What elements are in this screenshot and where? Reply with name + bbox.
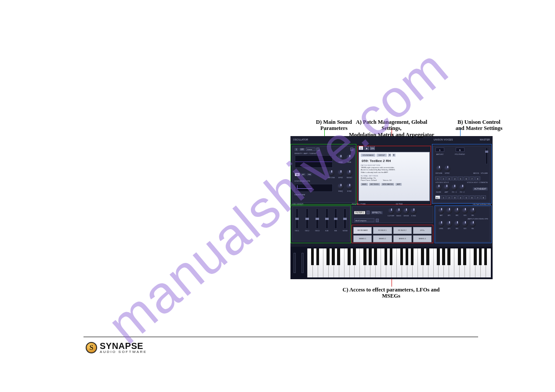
voice-edit-5[interactable]: 5 (464, 195, 469, 199)
arp-knob[interactable] (443, 184, 450, 191)
osc1-fader[interactable] (296, 209, 298, 229)
osc-select-1[interactable]: 1 (359, 146, 363, 150)
ktrk-knob[interactable] (410, 208, 417, 214)
chevron-down-icon[interactable] (376, 219, 379, 222)
tab-fxbus1[interactable]: FX BUS 1 (373, 227, 392, 234)
voice-4[interactable]: 4 (452, 176, 457, 180)
white-key[interactable] (412, 248, 417, 277)
white-key[interactable] (328, 248, 334, 277)
white-key[interactable] (359, 248, 365, 277)
white-key[interactable] (454, 248, 459, 277)
fe-atk-knob[interactable] (446, 208, 452, 214)
white-key[interactable] (396, 248, 402, 277)
white-key[interactable] (312, 248, 318, 277)
tab-mseg4[interactable]: MSEG 4 (413, 235, 432, 242)
osc2-fader[interactable] (306, 209, 308, 229)
voice-3[interactable]: 3 (446, 176, 452, 180)
voice-edit-4[interactable]: 4 (458, 195, 463, 199)
reset-knob[interactable] (346, 170, 352, 176)
fx1-knob[interactable] (451, 184, 457, 191)
spread-knob[interactable] (337, 170, 344, 176)
white-key[interactable] (307, 248, 312, 277)
prev-patch-button[interactable]: ◀ (388, 154, 391, 157)
white-key[interactable] (486, 248, 491, 277)
white-key[interactable] (344, 248, 349, 277)
lcd-settings-button[interactable]: SETTINGS (369, 183, 380, 186)
tab-va[interactable]: VA (295, 173, 300, 176)
ae-sus-knob[interactable] (462, 221, 468, 227)
unison-count-display[interactable]: 1 (435, 147, 444, 152)
lcd-arp-button[interactable]: ARP (395, 183, 402, 186)
white-key[interactable] (318, 248, 323, 277)
white-key[interactable] (438, 248, 443, 277)
white-key[interactable] (470, 248, 475, 277)
lcd-main-button[interactable]: MAIN (361, 183, 368, 186)
next-patch-button[interactable]: ▶ (392, 154, 395, 157)
voice-edit-2[interactable]: 2 (446, 195, 452, 199)
white-key[interactable] (349, 248, 355, 277)
white-key[interactable] (449, 248, 454, 277)
voice-edit-1[interactable]: 1 (441, 195, 446, 199)
white-key[interactable] (443, 248, 449, 277)
detune-knob[interactable] (328, 170, 334, 176)
voice-2[interactable]: 2 (441, 176, 446, 180)
osc-mode-select[interactable]: Linear (306, 147, 316, 151)
white-key[interactable] (381, 248, 386, 277)
voice-edit-7[interactable]: 7 (475, 195, 480, 199)
white-key[interactable] (339, 248, 344, 277)
lcd-modmatrix-button[interactable]: MOD MATRIX (381, 183, 395, 186)
voice-6[interactable]: 6 (464, 176, 469, 180)
white-key[interactable] (386, 248, 391, 277)
filter-type-dropdown[interactable]: Acid Lowpass (354, 218, 374, 222)
ae-atk-knob[interactable] (446, 221, 452, 227)
voice-edit-3[interactable]: 3 (452, 195, 457, 199)
white-key[interactable] (475, 248, 480, 277)
sub-fader[interactable] (326, 209, 328, 229)
noise-fader[interactable] (344, 209, 346, 229)
unison-detune-knob[interactable] (436, 165, 442, 172)
all-voices-button[interactable]: ALL (435, 195, 440, 199)
white-key[interactable] (480, 248, 486, 277)
osc-select-play[interactable]: ▶ (364, 146, 369, 150)
white-key[interactable] (365, 248, 370, 277)
tab-mseg2[interactable]: MSEG 2 (373, 235, 392, 242)
osc-index-b[interactable]: 100 (299, 148, 305, 151)
fe-sus-knob[interactable] (462, 208, 468, 214)
tab-mseg3[interactable]: MSEG 3 (393, 235, 412, 242)
white-key[interactable] (407, 248, 412, 277)
white-key[interactable] (334, 248, 339, 277)
filter1-chip[interactable]: FILTER 1 (354, 211, 365, 214)
effect1-chip[interactable]: EFFECT 1 (371, 211, 383, 214)
white-key[interactable] (423, 248, 428, 277)
tab-lfos[interactable]: LFOs (413, 227, 432, 234)
white-key[interactable] (354, 248, 359, 277)
tab-fm[interactable]: FM (307, 173, 312, 176)
fe-rel-knob[interactable] (470, 208, 476, 214)
reso-knob[interactable] (395, 208, 402, 214)
ae-dec-knob[interactable] (454, 221, 460, 227)
voice-edit-6[interactable]: 6 (469, 195, 475, 199)
freq-knob[interactable] (337, 183, 344, 190)
ae-rel-knob[interactable] (470, 221, 476, 227)
semi-knob[interactable] (337, 155, 344, 161)
voice-5[interactable]: 5 (458, 176, 463, 180)
tab-keyboard[interactable]: KEYBOARD (353, 227, 372, 234)
white-key[interactable] (402, 248, 407, 277)
white-key[interactable] (428, 248, 433, 277)
voice-1[interactable]: 1 (435, 176, 440, 180)
fine-knob[interactable] (346, 155, 352, 161)
tab-wt[interactable]: WT (301, 173, 306, 176)
tab-mseg1[interactable]: MSEG 1 (353, 235, 372, 242)
voice-7[interactable]: 7 (469, 176, 475, 180)
ae-level-knob[interactable] (438, 221, 444, 227)
tab-fxbus2[interactable]: FX BUS 2 (393, 227, 412, 234)
mod-wheel[interactable] (301, 253, 304, 273)
polyphony-display[interactable]: 6 (456, 147, 464, 152)
white-key[interactable] (433, 248, 439, 277)
soundbank-chip[interactable]: SOUNDBANK (361, 154, 375, 157)
white-key[interactable] (391, 248, 396, 277)
voice-edit-8[interactable]: 8 (481, 195, 486, 199)
fx2-knob[interactable] (459, 184, 465, 191)
white-key[interactable] (370, 248, 375, 277)
volume-fader[interactable] (486, 147, 488, 164)
